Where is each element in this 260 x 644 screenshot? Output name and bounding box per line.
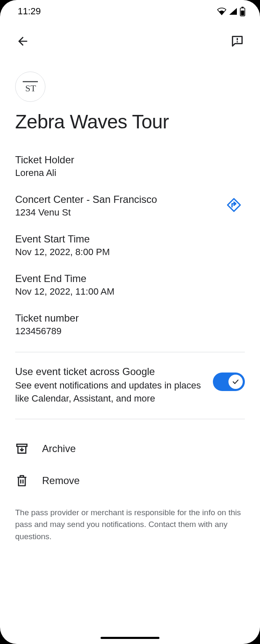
google-integration-toggle[interactable]	[213, 373, 245, 391]
feedback-button[interactable]	[228, 32, 247, 51]
navigation-bar	[0, 631, 260, 644]
back-button[interactable]	[13, 32, 32, 51]
st-logo-icon: ST	[22, 80, 39, 93]
status-icons	[217, 6, 246, 16]
ticket-number-row: Ticket number 123456789	[15, 312, 245, 337]
archive-icon	[15, 442, 29, 455]
remove-label: Remove	[42, 475, 80, 487]
toggle-title: Use event ticket across Google	[15, 366, 204, 378]
svg-rect-3	[237, 38, 238, 40]
status-time: 11:29	[18, 6, 41, 17]
toggle-thumb	[228, 375, 243, 389]
end-time-label: Event End Time	[15, 273, 245, 285]
svg-rect-1	[241, 7, 244, 8]
directions-icon	[226, 197, 241, 213]
start-time-value: Nov 12, 2022, 8:00 PM	[15, 247, 245, 258]
start-time-row: Event Start Time Nov 12, 2022, 8:00 PM	[15, 233, 245, 258]
start-time-label: Event Start Time	[15, 233, 245, 245]
page-title: Zebra Waves Tour	[15, 110, 245, 133]
check-icon	[231, 378, 240, 386]
ticket-holder-label: Ticket Holder	[15, 154, 245, 166]
status-bar: 11:29	[0, 0, 260, 20]
wifi-icon	[217, 7, 227, 16]
end-time-value: Nov 12, 2022, 11:00 AM	[15, 286, 245, 297]
archive-button[interactable]: Archive	[15, 433, 245, 465]
merchant-logo: ST	[15, 72, 45, 102]
nav-handle[interactable]	[101, 637, 159, 639]
toggle-description: See event notifications and updates in p…	[15, 379, 204, 405]
remove-button[interactable]: Remove	[15, 465, 245, 497]
svg-rect-2	[241, 11, 244, 16]
google-integration-row: Use event ticket across Google See event…	[15, 366, 245, 405]
venue-label: Concert Center - San Francisco	[15, 194, 223, 205]
divider	[15, 352, 245, 352]
svg-rect-4	[237, 41, 238, 43]
ticket-number-label: Ticket number	[15, 312, 245, 324]
cellular-icon	[228, 7, 238, 16]
arrow-left-icon	[16, 35, 29, 48]
venue-value: 1234 Venu St	[15, 207, 223, 218]
divider	[15, 419, 245, 419]
ticket-holder-row: Ticket Holder Lorena Ali	[15, 154, 245, 178]
directions-button[interactable]	[223, 194, 245, 218]
svg-text:ST: ST	[25, 83, 36, 93]
feedback-icon	[230, 34, 244, 48]
phone-screen: 11:29	[0, 0, 260, 644]
svg-rect-7	[17, 444, 27, 446]
ticket-holder-value: Lorena Ali	[15, 168, 245, 178]
venue-row[interactable]: Concert Center - San Francisco 1234 Venu…	[15, 194, 245, 218]
header-bar	[0, 20, 260, 59]
battery-icon	[239, 6, 246, 16]
archive-label: Archive	[42, 443, 76, 455]
trash-icon	[15, 474, 29, 487]
ticket-number-value: 123456789	[15, 326, 245, 337]
end-time-row: Event End Time Nov 12, 2022, 11:00 AM	[15, 273, 245, 297]
content-area: ST Zebra Waves Tour Ticket Holder Lorena…	[0, 59, 260, 631]
footer-disclaimer: The pass provider or merchant is respons…	[15, 507, 245, 543]
